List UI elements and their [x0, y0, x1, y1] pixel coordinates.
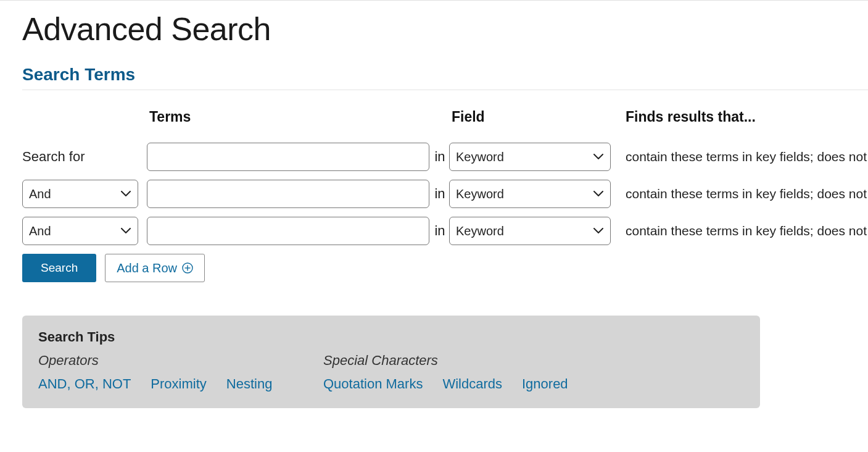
operator-select[interactable]: And: [22, 217, 138, 245]
plus-circle-icon: [182, 262, 193, 274]
link-proximity[interactable]: Proximity: [151, 376, 206, 392]
operator-select[interactable]: And: [22, 180, 138, 208]
operator-links: AND, OR, NOT Proximity Nesting: [38, 376, 323, 392]
search-for-label: Search for: [22, 149, 85, 164]
add-row-button[interactable]: Add a Row: [105, 254, 205, 282]
operators-subhead: Operators: [38, 353, 323, 369]
link-and-or-not[interactable]: AND, OR, NOT: [38, 376, 131, 392]
search-row: And in Keyword: [22, 180, 868, 208]
divider: [22, 90, 868, 90]
special-characters-subhead: Special Characters: [323, 353, 744, 369]
column-header-terms: Terms: [147, 109, 431, 125]
section-title-search-terms: Search Terms: [22, 65, 868, 85]
row-description: contain these terms in key fields; does …: [626, 149, 868, 164]
field-select[interactable]: Keyword: [449, 180, 611, 208]
page-title: Advanced Search: [22, 10, 868, 48]
link-quotation-marks[interactable]: Quotation Marks: [323, 376, 423, 392]
search-tips-box: Search Tips Operators AND, OR, NOT Proxi…: [22, 316, 760, 408]
button-row: Search Add a Row: [22, 254, 868, 282]
row-description: contain these terms in key fields; does …: [626, 224, 868, 238]
in-label: in: [431, 223, 449, 239]
field-select[interactable]: Keyword: [449, 217, 611, 245]
special-char-links: Quotation Marks Wildcards Ignored: [323, 376, 744, 392]
column-header-row: Terms Field Finds results that...: [22, 109, 868, 125]
search-tips-title: Search Tips: [38, 329, 744, 345]
terms-input[interactable]: [147, 180, 429, 208]
link-wildcards[interactable]: Wildcards: [442, 376, 502, 392]
terms-input[interactable]: [147, 217, 429, 245]
column-header-finds: Finds results that...: [626, 109, 868, 125]
in-label: in: [431, 186, 449, 202]
field-select[interactable]: Keyword: [449, 143, 611, 171]
search-row: And in Keyword: [22, 217, 868, 245]
search-row: Search for in Keyword contain these term…: [22, 143, 868, 171]
search-terms-grid: Terms Field Finds results that... Search…: [22, 109, 868, 282]
terms-input[interactable]: [147, 143, 429, 171]
add-row-label: Add a Row: [117, 261, 177, 275]
link-ignored[interactable]: Ignored: [522, 376, 568, 392]
link-nesting[interactable]: Nesting: [226, 376, 273, 392]
in-label: in: [431, 149, 449, 165]
search-button[interactable]: Search: [22, 254, 96, 282]
column-header-field: Field: [449, 109, 612, 125]
row-description: contain these terms in key fields; does …: [626, 186, 868, 201]
